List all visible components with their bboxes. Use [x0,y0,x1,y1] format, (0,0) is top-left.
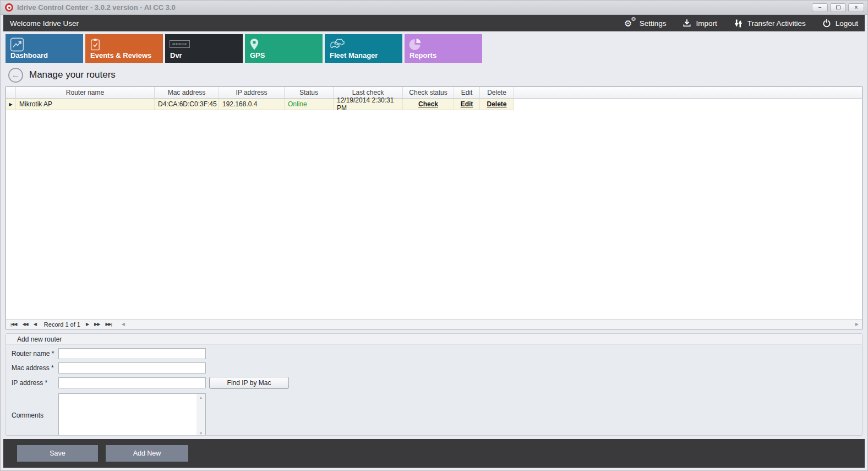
save-button[interactable]: Save [17,445,98,462]
column-header-status[interactable]: Status [285,87,334,98]
panel-title: Add new router [6,334,862,345]
router-name-row: Router name * [12,348,862,359]
gears-icon: ⚙⚙ [624,18,635,28]
plate-icon: MERGE [170,37,190,48]
comments-label: Comments [12,412,58,419]
page-title: Manage your routers [29,69,116,80]
window-controls: – × [810,3,864,12]
maximize-button[interactable] [830,3,846,12]
transfer-activities-label: Transfer Activities [747,19,806,28]
power-icon [822,19,831,28]
nav-prev-icon[interactable]: ◀ [34,322,36,327]
tile-dashboard-label: Dashboard [10,51,48,59]
tile-gps[interactable]: GPS [245,34,323,63]
mac-address-label: Mac address * [12,364,58,372]
tile-reports-label: Reports [410,51,436,59]
tile-dashboard[interactable]: Dashboard [6,34,83,63]
column-header-ip-address[interactable]: IP address [219,87,285,98]
row-marker-cell: ▶ [6,99,16,110]
import-button[interactable]: Import [683,19,717,28]
back-button[interactable]: ← [8,68,23,83]
top-toolbar: Welcome Idrive User ⚙⚙ Settings Import [3,15,865,31]
scroll-down-icon[interactable]: ▼ [199,431,203,435]
titlebar: Idrive Control Center - 3.0.2 version - … [1,1,867,15]
router-name-field[interactable] [58,348,206,359]
cell-delete: Delete [480,99,514,110]
page-header: ← Manage your routers [3,63,865,86]
ip-address-field[interactable] [58,377,206,388]
tile-events-reviews[interactable]: Events & Reviews [85,34,163,63]
nav-first-icon[interactable]: |◀◀ [10,322,17,327]
tile-events-reviews-label: Events & Reviews [90,51,151,59]
settings-label: Settings [640,19,667,28]
comments-scrollbar[interactable]: ▲ ▼ [196,394,205,436]
pie-chart-icon [409,37,422,53]
nav-next-page-icon[interactable]: ▶▶ [94,322,100,327]
settings-button[interactable]: ⚙⚙ Settings [624,18,667,28]
status-badge: Online [288,100,307,108]
column-header-check-status[interactable]: Check status [403,87,454,98]
cell-last-check: 12/19/2014 2:30:31 PM [334,99,403,110]
grid-header-row: Router name Mac address IP address Statu… [6,87,862,99]
routers-grid: Router name Mac address IP address Statu… [6,86,862,329]
hscroll-right-icon[interactable]: ▶ [855,322,859,327]
minimize-button[interactable]: – [812,3,828,12]
table-row[interactable]: ▶ Mikrotik AP D4:CA:6D:C0:3F:45 192.168.… [6,99,862,110]
tile-fleet-manager-label: Fleet Manager [330,51,378,59]
cell-ip-address: 192.168.0.4 [219,99,285,110]
mac-address-field[interactable] [58,362,206,373]
grid-header-marker [6,87,16,98]
row-marker-icon: ▶ [9,102,12,107]
comments-row: Comments ▲ ▼ [12,393,862,436]
tile-dvr-label: Dvr [170,51,182,59]
delete-link[interactable]: Delete [487,100,506,108]
window-title: Idrive Control Center - 3.0.2 version - … [17,3,176,12]
tile-reports[interactable]: Reports [405,34,482,63]
comments-box: ▲ ▼ [58,393,206,436]
scroll-up-icon[interactable]: ▲ [199,396,203,399]
tile-gps-label: GPS [250,51,265,59]
logout-button[interactable]: Logout [822,19,858,28]
grid-empty-area [6,110,862,319]
nav-next-icon[interactable]: ▶ [86,322,89,327]
nav-last-icon[interactable]: ▶▶| [105,322,111,327]
ip-address-label: IP address * [12,379,58,387]
cell-router-name: Mikrotik AP [16,99,155,110]
cell-check-status: Check [403,99,454,110]
ip-address-row: IP address * Find IP by Mac [12,377,862,389]
check-link[interactable]: Check [418,100,438,108]
footer-bar: Save Add New [3,439,865,468]
column-header-delete[interactable]: Delete [480,87,514,98]
module-tiles: Dashboard Events & Reviews MERGE Dvr [3,31,865,63]
cell-edit: Edit [454,99,480,110]
import-label: Import [696,19,717,28]
record-navigator: |◀◀ ◀◀ ◀ Record 1 of 1 ▶ ▶▶ ▶▶| ◀ ▶ [6,319,862,329]
import-icon [683,19,691,28]
find-ip-by-mac-button[interactable]: Find IP by Mac [209,377,289,389]
cell-mac-address: D4:CA:6D:C0:3F:45 [155,99,219,110]
nav-prev-page-icon[interactable]: ◀◀ [22,322,28,327]
transfer-activities-button[interactable]: Transfer Activities [734,19,806,28]
plate-icon-text: MERGE [170,40,190,48]
welcome-text: Welcome Idrive User [10,19,79,28]
mac-address-row: Mac address * [12,362,862,373]
transfer-icon [734,19,743,28]
row-filler [514,99,862,110]
hscroll-left-icon[interactable]: ◀ [122,322,125,327]
edit-link[interactable]: Edit [461,100,473,108]
add-new-button[interactable]: Add New [106,445,188,462]
close-button[interactable]: × [848,3,864,12]
grid-header-filler [514,87,862,98]
column-header-mac-address[interactable]: Mac address [155,87,219,98]
tile-dvr[interactable]: MERGE Dvr [165,34,243,63]
add-router-panel: Add new router Router name * Mac address… [6,333,862,436]
column-header-router-name[interactable]: Router name [16,87,155,98]
comments-field[interactable] [59,394,205,436]
maximize-icon [836,6,840,9]
column-header-edit[interactable]: Edit [454,87,480,98]
back-arrow-icon: ← [12,71,20,79]
toolbar-actions: ⚙⚙ Settings Import Transfer Activities [624,18,858,28]
record-counter: Record 1 of 1 [44,321,80,328]
tile-fleet-manager[interactable]: Fleet Manager [325,34,402,63]
cars-icon [329,37,347,52]
